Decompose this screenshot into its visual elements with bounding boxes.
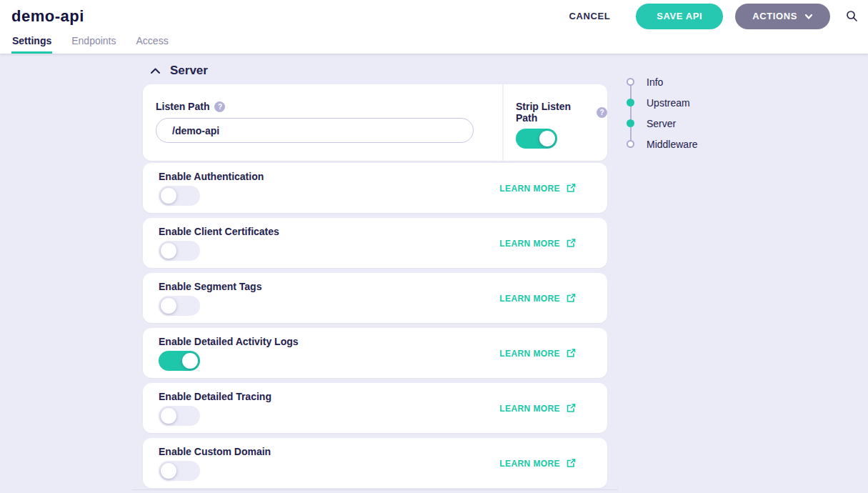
header-actions: CANCEL SAVE API ACTIONS xyxy=(569,4,858,29)
feature-toggle[interactable] xyxy=(159,296,200,316)
header: demo-api CANCEL SAVE API ACTIONS xyxy=(0,0,868,32)
tab-settings[interactable]: Settings xyxy=(11,36,52,54)
learn-more-label: LEARN MORE xyxy=(499,403,560,413)
learn-more-link[interactable]: LEARN MORE xyxy=(499,348,577,359)
toggle-card-label: Enable Segment Tags xyxy=(159,281,592,292)
external-link-icon xyxy=(566,403,577,414)
feature-toggle[interactable] xyxy=(159,461,200,481)
strip-listen-path-toggle[interactable] xyxy=(516,129,557,149)
strip-listen-path-label: Strip Listen Path xyxy=(516,101,592,124)
learn-more-label: LEARN MORE xyxy=(499,238,560,248)
toggle-card: Enable Detailed Tracing LEARN MORE xyxy=(143,383,607,433)
toggle-knob xyxy=(161,243,176,259)
page-title: demo-api xyxy=(11,7,84,26)
toggle-card: Enable Custom Domain LEARN MORE xyxy=(143,438,607,488)
tab-label: Settings xyxy=(12,35,51,46)
section-title: Server xyxy=(170,64,208,78)
listen-path-label-row: Listen Path ? xyxy=(156,101,502,112)
section-nav-label: Info xyxy=(647,76,663,88)
timeline-dot-icon xyxy=(627,140,634,148)
listen-path-input[interactable] xyxy=(156,118,474,143)
tab-access[interactable]: Access xyxy=(136,36,169,54)
toggle-card: Enable Authentication LEARN MORE xyxy=(143,163,607,213)
learn-more-link[interactable]: LEARN MORE xyxy=(499,293,577,304)
actions-button-label: ACTIONS xyxy=(752,11,797,21)
section-nav-item-middleware[interactable]: Middleware xyxy=(625,134,698,154)
feature-toggle[interactable] xyxy=(159,406,200,426)
external-link-icon xyxy=(566,458,577,469)
learn-more-link[interactable]: LEARN MORE xyxy=(499,403,577,414)
cancel-button[interactable]: CANCEL xyxy=(569,11,610,21)
section-nav-items: Info Upstream Server Middleware xyxy=(625,71,698,154)
external-link-icon xyxy=(566,293,577,304)
section-divider xyxy=(132,489,618,490)
help-icon[interactable]: ? xyxy=(597,107,607,118)
section-nav-item-upstream[interactable]: Upstream xyxy=(625,92,698,113)
toggle-card-label: Enable Custom Domain xyxy=(159,446,592,457)
learn-more-link[interactable]: LEARN MORE xyxy=(499,458,577,469)
strip-listen-path-label-row: Strip Listen Path ? xyxy=(516,101,607,124)
section-nav-item-info[interactable]: Info xyxy=(625,71,698,92)
listen-path-label: Listen Path xyxy=(156,101,209,112)
toggle-knob xyxy=(161,298,176,314)
learn-more-label: LEARN MORE xyxy=(499,293,560,303)
help-icon[interactable]: ? xyxy=(214,101,225,112)
toggle-knob xyxy=(161,408,176,424)
tab-endpoints[interactable]: Endpoints xyxy=(71,36,116,54)
learn-more-label: LEARN MORE xyxy=(499,348,560,358)
search-icon xyxy=(846,10,858,22)
section-header-server[interactable]: Server xyxy=(150,63,607,79)
section-nav-label: Middleware xyxy=(647,139,698,150)
toggle-card: Enable Segment Tags LEARN MORE xyxy=(143,273,607,323)
toggle-card: Enable Client Certificates LEARN MORE xyxy=(143,218,607,268)
learn-more-link[interactable]: LEARN MORE xyxy=(499,238,577,249)
main-column: Server Listen Path ? Strip Listen Path ? xyxy=(143,54,607,490)
timeline-dot-icon xyxy=(627,119,634,127)
learn-more-link[interactable]: LEARN MORE xyxy=(499,183,577,194)
learn-more-label: LEARN MORE xyxy=(499,183,560,193)
toggle-card: Enable Detailed Activity Logs LEARN MORE xyxy=(143,328,607,378)
section-nav: Info Upstream Server Middleware xyxy=(625,71,698,154)
feature-toggle[interactable] xyxy=(159,186,200,206)
actions-button[interactable]: ACTIONS xyxy=(735,4,830,29)
section-nav-label: Upstream xyxy=(647,97,690,109)
save-api-button[interactable]: SAVE API xyxy=(636,4,723,29)
toggle-knob xyxy=(539,131,555,146)
toggle-card-label: Enable Authentication xyxy=(159,171,592,182)
chevron-down-icon xyxy=(804,12,813,21)
external-link-icon xyxy=(566,348,577,359)
toggle-card-label: Enable Detailed Activity Logs xyxy=(159,336,592,347)
toggle-card-label: Enable Client Certificates xyxy=(159,226,592,237)
section-nav-label: Server xyxy=(647,118,676,129)
external-link-icon xyxy=(566,238,577,249)
content-area: Server Listen Path ? Strip Listen Path ? xyxy=(0,54,868,493)
listen-path-cell: Listen Path ? xyxy=(143,84,502,161)
timeline-dot-icon xyxy=(627,78,634,86)
toggle-knob xyxy=(161,188,176,204)
search-button[interactable] xyxy=(846,10,858,22)
chevron-up-icon xyxy=(150,67,161,74)
feature-toggle[interactable] xyxy=(159,241,200,261)
tab-label: Endpoints xyxy=(71,35,116,46)
external-link-icon xyxy=(566,183,577,194)
strip-listen-path-cell: Strip Listen Path ? xyxy=(504,84,607,161)
tab-bar: Settings Endpoints Access xyxy=(0,32,868,54)
toggle-knob xyxy=(161,463,176,479)
timeline-dot-icon xyxy=(627,99,634,106)
toggle-card-label: Enable Detailed Tracing xyxy=(159,391,592,402)
tab-label: Access xyxy=(136,35,169,46)
toggle-knob xyxy=(182,353,198,369)
learn-more-label: LEARN MORE xyxy=(499,458,560,468)
section-nav-item-server[interactable]: Server xyxy=(625,113,698,134)
listen-path-card: Listen Path ? Strip Listen Path ? xyxy=(143,84,607,161)
feature-toggle[interactable] xyxy=(159,351,200,371)
toggle-card-list: Enable Authentication LEARN MORE Enable … xyxy=(143,163,607,488)
